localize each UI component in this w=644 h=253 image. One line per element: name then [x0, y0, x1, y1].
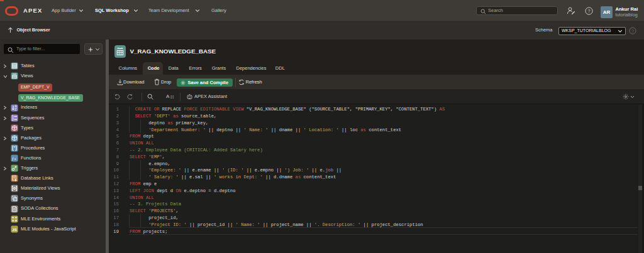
svg-text:JS: JS	[12, 228, 16, 232]
svg-text:2: 2	[12, 118, 14, 121]
svg-text:Z: Z	[14, 108, 16, 111]
svg-text:?: ?	[587, 8, 591, 14]
svg-text:?: ?	[631, 28, 634, 34]
